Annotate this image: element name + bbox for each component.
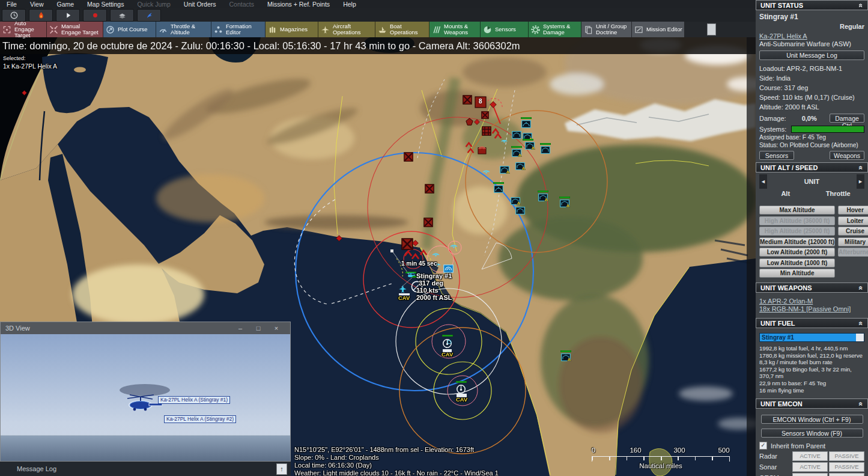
menu-game[interactable]: Game [50, 1, 81, 8]
systems-health-fill [792, 126, 864, 132]
menu-file[interactable]: File [0, 1, 23, 8]
unit-course-label: 317 deg [419, 279, 452, 287]
radar-passive-button[interactable]: PASSIVE [829, 451, 864, 461]
viewer-3d-titlebar[interactable]: 3D View – □ × [1, 322, 290, 334]
sensors-window-button[interactable]: Sensors Window (F9) [761, 429, 863, 438]
maximize-icon[interactable]: □ [249, 325, 267, 332]
unit-status-panel: Stingray #1 Regular Ka-27PL Helix A Anti… [756, 10, 868, 162]
weapons-button[interactable]: Weapons [830, 151, 864, 160]
mounts-icon [431, 25, 442, 35]
aircraft-type-link[interactable]: Ka-27PL Helix A [759, 32, 807, 40]
message-log-bar[interactable]: Message Log ↑ [0, 462, 291, 476]
sidebar-scrollbar[interactable] [747, 0, 756, 476]
alt-min-button[interactable]: Min Altitude [759, 269, 835, 278]
unit-status-header[interactable]: UNIT STATUS« [756, 0, 868, 10]
sensors-button-toolbar[interactable]: Sensors [481, 22, 529, 37]
unit-weapons-header[interactable]: UNIT WEAPONS« [756, 282, 868, 293]
throttle-cruise-button[interactable]: Cruise [838, 227, 868, 236]
emcon-window-button[interactable]: EMCON Window (Ctrl + F9) [761, 415, 863, 424]
fuel-selector-scroll[interactable] [856, 334, 864, 341]
menu-help[interactable]: Help [336, 1, 363, 8]
toolbar-overflow-button[interactable] [707, 23, 716, 35]
heli-label-1: Ka-27PL Helix A (Stingray #1) [158, 396, 230, 404]
collapse-chevron-icon[interactable]: « [857, 3, 866, 7]
scale-unit-label: Nautical miles [592, 462, 730, 469]
unit-group-doctrine-button[interactable]: Unit / Group Doctrine [581, 22, 632, 37]
throttle-hover-button[interactable]: Hover [838, 206, 868, 215]
radar-active-button[interactable]: ACTIVE [792, 451, 828, 461]
viewer-3d-scene[interactable]: Ka-27PL Helix A (Stingray #1) Ka-27PL He… [1, 334, 290, 461]
scale-tick-3: 500 [718, 447, 729, 454]
formation-editor-button[interactable]: Formation Editor [211, 22, 266, 37]
engage-manual-icon [49, 25, 59, 35]
altitude-line: Altitude: 2000 ft ASL [759, 103, 864, 111]
menu-missions-ref-points[interactable]: Missions + Ref. Points [261, 1, 336, 8]
minimize-icon[interactable]: – [231, 325, 249, 332]
record-icon [91, 11, 100, 20]
plot-course-button[interactable]: Plot Course [103, 22, 156, 37]
throttle-military-button[interactable]: Military [838, 237, 868, 246]
collapse-chevron-icon[interactable]: « [857, 321, 866, 325]
fuel-readout: 1992,8 kg total fuel, 4 hr, 440,5 nm 178… [759, 345, 864, 394]
aircraft-operations-button[interactable]: Aircraft Operations [318, 22, 375, 37]
auto-engage-target-button[interactable]: Auto Engage Target [0, 22, 47, 37]
boat-operations-button[interactable]: Boat Operations [375, 22, 429, 37]
collapse-chevron-icon[interactable]: « [857, 165, 866, 169]
manual-engage-target-button[interactable]: Manual Engage Target [47, 22, 103, 37]
assigned-base-line: Assigned base: F 45 Teg [759, 134, 864, 141]
selected-label: Selected: [3, 55, 57, 61]
weapon-link-1[interactable]: 1x APR-2 Orlan-M [759, 298, 813, 305]
flame-button[interactable] [29, 9, 53, 22]
fuel-unit-selector[interactable]: Stingray #1 [759, 333, 864, 342]
oecm-passive-button[interactable]: PASSIVE [829, 473, 864, 476]
alt-medium-button[interactable]: Medium Altitude (12000 ft) [759, 237, 835, 246]
scope-next-button[interactable]: ► [857, 174, 864, 189]
inherit-parent-checkbox[interactable]: ✓ [759, 442, 767, 450]
oecm-active-button[interactable]: ACTIVE [792, 473, 828, 476]
heli-label-2: Ka-27PL Helix A (Stingray #2) [164, 415, 236, 423]
terrain-line: Slope: 0% - Land: Croplands [294, 454, 499, 462]
menu-unit-orders[interactable]: Unit Orders [177, 1, 223, 8]
unit-alt-speed-header[interactable]: UNIT ALT / SPEED« [756, 162, 868, 172]
systems-damage-button[interactable]: Systems & Damage [529, 22, 581, 37]
viewer-3d-window[interactable]: 3D View – □ × Ka-27PL Helix A (Stingray … [0, 322, 291, 462]
fuel-line: 1677,2 kg to Bingo fuel, 3 hr 22 min, 37… [759, 366, 864, 380]
mounts-weapons-button[interactable]: Mounts & Weapons [429, 22, 481, 37]
sensors-button[interactable]: Sensors [759, 151, 794, 160]
damage-ctrl-button[interactable]: Damage Ctrl [830, 114, 864, 123]
record-button[interactable] [83, 9, 107, 22]
collapse-chevron-icon[interactable]: « [857, 285, 866, 290]
close-icon[interactable]: × [267, 325, 285, 332]
jump-pin-button[interactable] [137, 9, 161, 22]
mission-editor-button[interactable]: Mission Editor [632, 22, 685, 37]
alt-low2000-button[interactable]: Low Altitude (2000 ft) [759, 248, 835, 257]
message-log-expand-button[interactable]: ↑ [276, 463, 287, 475]
scope-prev-button[interactable]: ◄ [759, 174, 767, 189]
throttle-loiter-button[interactable]: Loiter [838, 216, 868, 225]
formation-label-ship2: CAV [456, 396, 467, 403]
menu-view[interactable]: View [23, 1, 50, 8]
weapon-link-2[interactable]: 18x RGB-NM-1 [Passive Omni] [759, 305, 851, 313]
layers-button[interactable] [110, 9, 134, 22]
unit-emcon-panel: EMCON Window (Ctrl + F9) Sensors Window … [756, 409, 868, 476]
time-bar: Time: domingo, 20 de octubre de 2024 - Z… [0, 37, 756, 54]
fuel-line: 1992,8 kg total fuel, 4 hr, 440,5 nm [759, 345, 864, 352]
sonar-active-button[interactable]: ACTIVE [792, 462, 828, 472]
sonar-passive-button[interactable]: PASSIVE [829, 462, 864, 472]
unit-emcon-header[interactable]: UNIT EMCON« [756, 398, 868, 409]
unit-message-log-button[interactable]: Unit Message Log [759, 50, 864, 60]
formation-label-air: CAV [398, 294, 410, 301]
alt-low1000-button[interactable]: Low Altitude (1000 ft) [759, 258, 835, 267]
magazines-button[interactable]: Magazines [266, 22, 318, 37]
alt-max-button[interactable]: Max Altitude [759, 206, 835, 215]
local-time-line: Local time: 06:16:30 (Day) [294, 462, 499, 469]
selected-value: 1x Ka-27PL Helix A [3, 63, 57, 70]
throttle-column-label: Throttle [812, 190, 865, 197]
layers-icon [118, 11, 127, 20]
play-button[interactable] [56, 9, 80, 22]
menu-map-settings[interactable]: Map Settings [80, 1, 130, 8]
collapse-chevron-icon[interactable]: « [857, 401, 866, 406]
unit-fuel-header[interactable]: UNIT FUEL« [756, 318, 868, 328]
throttle-icon [158, 25, 168, 35]
throttle-altitude-button[interactable]: Throttle & Altitude [156, 22, 211, 37]
